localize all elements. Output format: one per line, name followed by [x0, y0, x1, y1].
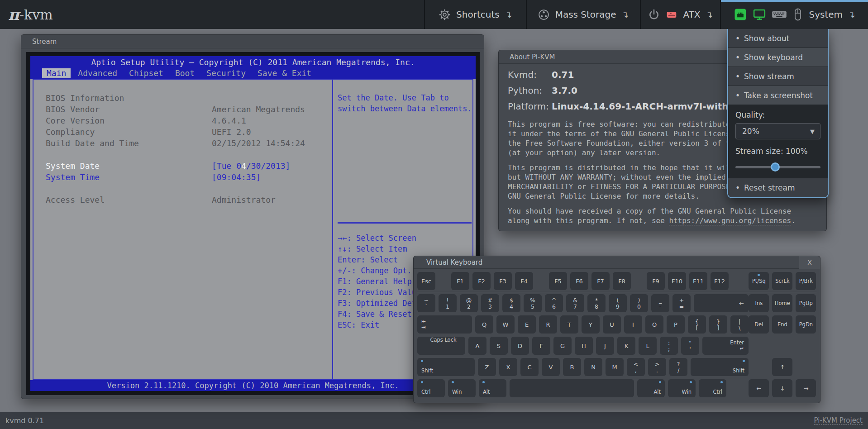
stream-window-header[interactable]: Stream [21, 35, 484, 48]
key-f4[interactable]: F4 [515, 272, 533, 290]
key-slash[interactable]: ?/ [669, 358, 687, 376]
key-3[interactable]: #3 [481, 294, 499, 312]
key-x[interactable]: X [499, 358, 517, 376]
key-space[interactable] [510, 379, 634, 397]
key-alt-left[interactable]: Alt [479, 379, 506, 397]
key-ctrl-right[interactable]: Ctrl [699, 379, 726, 397]
key-o[interactable]: O [645, 315, 663, 334]
close-icon[interactable]: X [799, 256, 820, 269]
key-j[interactable]: J [596, 337, 614, 355]
key-f12[interactable]: F12 [711, 272, 729, 290]
key-f2[interactable]: F2 [472, 272, 491, 290]
key-l[interactable]: L [639, 337, 657, 355]
menu-atx[interactable]: ATX ↴ [640, 0, 720, 29]
key-equal[interactable]: += [672, 294, 691, 312]
key-d[interactable]: D [511, 337, 529, 355]
key-insert[interactable]: Ins [749, 294, 769, 312]
key-win-left[interactable]: Win [448, 379, 476, 397]
key-bracket-close[interactable]: }] [709, 315, 727, 334]
key-c[interactable]: C [520, 358, 539, 376]
key-backquote[interactable]: ~` [417, 294, 435, 312]
gnu-license-link[interactable]: https://www.gnu.org/licenses [669, 216, 791, 225]
menu-mass-storage[interactable]: Mass Storage ↴ [526, 0, 640, 29]
key-b[interactable]: B [563, 358, 581, 376]
key-f11[interactable]: F11 [689, 272, 707, 290]
key-8[interactable]: *8 [587, 294, 606, 312]
key-pause-break[interactable]: P/Brk [796, 272, 816, 290]
key-p[interactable]: P [667, 315, 685, 334]
key-arrow-down[interactable]: ↓ [772, 379, 792, 397]
key-end[interactable]: End [772, 315, 792, 334]
key-n[interactable]: N [584, 358, 602, 376]
key-tab[interactable]: ⇤⇥ [417, 315, 472, 334]
key-5[interactable]: %5 [524, 294, 542, 312]
key-z[interactable]: Z [478, 358, 496, 376]
key-k[interactable]: K [617, 337, 635, 355]
key-period[interactable]: >. [648, 358, 666, 376]
key-f10[interactable]: F10 [668, 272, 686, 290]
pi-kvm-project-link[interactable]: Pi-KVM Project [814, 416, 863, 425]
key-arrow-right[interactable]: → [796, 379, 816, 397]
key-backspace[interactable]: ← [694, 294, 749, 312]
key-0[interactable]: )0 [630, 294, 648, 312]
key-arrow-left[interactable]: ← [749, 379, 769, 397]
key-w[interactable]: W [496, 315, 515, 334]
key-h[interactable]: H [575, 337, 593, 355]
key-f7[interactable]: F7 [591, 272, 610, 290]
key-y[interactable]: Y [582, 315, 600, 334]
slider-thumb[interactable] [771, 162, 780, 172]
stream-size-slider[interactable] [735, 162, 820, 172]
menu-item-show-about[interactable]: •Show about [728, 29, 828, 48]
key-shift-left[interactable]: Shift [417, 358, 475, 376]
key-esc[interactable]: Esc [417, 272, 435, 290]
key-f6[interactable]: F6 [570, 272, 588, 290]
key-shift-right[interactable]: Shift [691, 358, 749, 376]
key-f3[interactable]: F3 [494, 272, 512, 290]
key-quote[interactable]: "' [681, 337, 699, 355]
menu-shortcuts[interactable]: Shortcuts ↴ [424, 0, 526, 29]
keyboard-window-header[interactable]: Virtual Keyboard X [414, 256, 820, 269]
key-g[interactable]: G [553, 337, 572, 355]
key-win-right[interactable]: Win [668, 379, 696, 397]
key-9[interactable]: (9 [609, 294, 627, 312]
key-6[interactable]: ^6 [545, 294, 563, 312]
key-7[interactable]: &7 [566, 294, 584, 312]
key-home[interactable]: Home [772, 294, 792, 312]
key-caps-lock[interactable]: Caps Lock [417, 337, 465, 355]
key-2[interactable]: @2 [460, 294, 478, 312]
key-bracket-open[interactable]: {[ [688, 315, 706, 334]
key-enter[interactable]: Enter↵ [702, 337, 749, 355]
menu-item-reset-stream[interactable]: • Reset stream [728, 178, 828, 197]
key-1[interactable]: !1 [439, 294, 457, 312]
key-i[interactable]: I [624, 315, 642, 334]
key-a[interactable]: A [468, 337, 486, 355]
key-f5[interactable]: F5 [549, 272, 567, 290]
menu-item-show-keyboard[interactable]: •Show keyboard [728, 48, 828, 67]
key-u[interactable]: U [603, 315, 621, 334]
key-comma[interactable]: <, [627, 358, 645, 376]
menu-system[interactable]: System ↴ [720, 0, 868, 29]
key-q[interactable]: Q [475, 315, 493, 334]
key-f8[interactable]: F8 [613, 272, 631, 290]
key-delete[interactable]: Del [749, 315, 769, 334]
key-arrow-up[interactable]: ↑ [772, 358, 792, 376]
key-print-screen[interactable]: Pt/Sq [749, 272, 769, 290]
key-s[interactable]: S [490, 337, 508, 355]
menu-item-show-stream[interactable]: •Show stream [728, 67, 828, 86]
menu-item-take-a-screenshot[interactable]: •Take a screenshot [728, 86, 828, 105]
key-4[interactable]: $4 [502, 294, 520, 312]
key-m[interactable]: M [606, 358, 624, 376]
key-f1[interactable]: F1 [451, 272, 469, 290]
key-t[interactable]: T [560, 315, 578, 334]
key-backslash[interactable]: |\ [730, 315, 749, 334]
key-semicolon[interactable]: :; [660, 337, 678, 355]
key-e[interactable]: E [518, 315, 536, 334]
key-alt-right[interactable]: Alt [637, 379, 665, 397]
key-f[interactable]: F [532, 337, 550, 355]
key-minus[interactable]: _- [651, 294, 669, 312]
key-page-down[interactable]: PgDn [796, 315, 816, 334]
key-r[interactable]: R [539, 315, 557, 334]
key-scroll-lock[interactable]: ScrLk [772, 272, 792, 290]
key-ctrl-left[interactable]: Ctrl [417, 379, 445, 397]
stream-video[interactable]: Aptio Setup Utility – Copyright (C) 2011… [30, 56, 476, 391]
